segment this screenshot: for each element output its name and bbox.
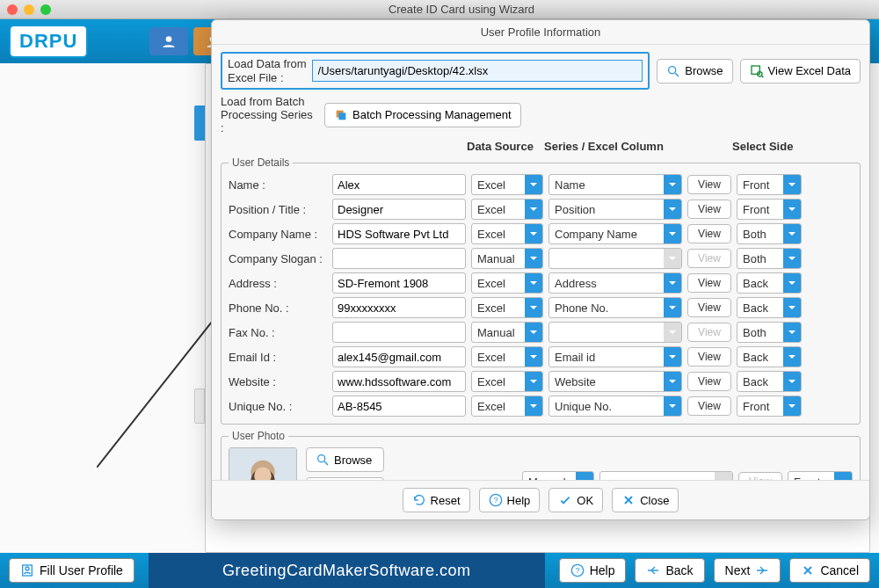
- svg-point-22: [25, 567, 29, 570]
- side-select[interactable]: Both: [737, 223, 802, 244]
- window-title: Create ID Card using Wizard: [51, 3, 872, 16]
- chevron-down-icon: [664, 323, 681, 342]
- data-source-select[interactable]: Excel: [471, 199, 543, 220]
- series-column-select[interactable]: Company Name: [548, 223, 682, 244]
- minimize-window-icon[interactable]: [24, 4, 34, 15]
- chevron-down-icon: [834, 472, 852, 480]
- field-row: Email Id : Excel Email id View Back: [229, 346, 853, 367]
- excel-path-input[interactable]: [312, 60, 643, 82]
- data-source-select[interactable]: Excel: [471, 297, 543, 318]
- reset-button[interactable]: Reset: [403, 488, 470, 512]
- batch-processing-button[interactable]: Batch Processing Management: [324, 103, 521, 127]
- view-button[interactable]: View: [687, 347, 731, 367]
- chevron-down-icon: [525, 372, 542, 391]
- side-select[interactable]: Front: [737, 199, 802, 220]
- view-excel-data-button[interactable]: View Excel Data: [740, 59, 861, 83]
- load-excel-label: Load Data from Excel File :: [228, 57, 307, 84]
- series-column-select[interactable]: Name: [548, 174, 682, 195]
- wizard-cancel-button[interactable]: Cancel: [789, 558, 870, 583]
- view-button[interactable]: View: [687, 396, 731, 416]
- close-button[interactable]: Close: [612, 488, 679, 512]
- data-source-select[interactable]: Excel: [471, 396, 543, 417]
- view-button[interactable]: View: [687, 273, 731, 293]
- chevron-down-icon: [525, 249, 542, 268]
- wizard-back-button[interactable]: Back: [635, 558, 704, 583]
- field-value-input[interactable]: [332, 297, 466, 318]
- chevron-down-icon: [664, 249, 681, 268]
- view-button[interactable]: View: [687, 200, 731, 219]
- ok-button[interactable]: OK: [548, 488, 603, 512]
- field-label: Phone No. :: [229, 301, 327, 315]
- field-value-input[interactable]: [332, 248, 466, 269]
- side-select[interactable]: Both: [737, 248, 802, 269]
- field-value-input[interactable]: [332, 272, 466, 294]
- field-label: Company Slogan :: [229, 252, 327, 265]
- data-source-select[interactable]: Excel: [471, 272, 543, 294]
- data-source-select[interactable]: Manual: [471, 248, 543, 269]
- load-excel-box: Load Data from Excel File :: [221, 52, 650, 90]
- view-button[interactable]: View: [687, 175, 731, 194]
- field-row: Phone No. : Excel Phone No. View Back: [229, 297, 853, 318]
- side-tab-active[interactable]: [194, 105, 205, 141]
- close-window-icon[interactable]: [7, 4, 18, 15]
- data-source-select[interactable]: Excel: [471, 174, 543, 195]
- arrow-right-icon: [755, 563, 769, 577]
- photo-browse-button[interactable]: Browse: [306, 447, 384, 472]
- svg-rect-5: [752, 66, 759, 74]
- side-select[interactable]: Front: [737, 174, 802, 195]
- field-value-input[interactable]: [332, 346, 466, 367]
- user-photo-fieldset: User Photo Browse Camera: [221, 430, 861, 480]
- series-column-select[interactable]: Position: [548, 199, 682, 220]
- data-source-select[interactable]: Manual: [471, 322, 543, 343]
- field-value-input[interactable]: [332, 174, 466, 195]
- side-select[interactable]: Both: [737, 322, 802, 343]
- series-column-select[interactable]: Address: [548, 272, 682, 294]
- data-source-select[interactable]: Excel: [471, 346, 543, 367]
- window-titlebar: Create ID Card using Wizard: [0, 0, 879, 19]
- wizard-next-button[interactable]: Next: [714, 558, 781, 583]
- chevron-down-icon: [783, 175, 801, 194]
- side-select[interactable]: Back: [737, 346, 802, 367]
- svg-line-4: [675, 73, 679, 76]
- field-row: Name : Excel Name View Front: [229, 174, 853, 195]
- series-column-select: [548, 248, 682, 269]
- photo-data-source-select[interactable]: Manual: [522, 471, 594, 480]
- chevron-down-icon: [525, 273, 542, 293]
- chevron-down-icon: [525, 323, 542, 342]
- field-value-input[interactable]: [332, 396, 466, 417]
- data-source-select[interactable]: Excel: [471, 371, 543, 392]
- series-column-select[interactable]: Website: [548, 371, 682, 392]
- view-button[interactable]: View: [687, 372, 731, 391]
- refresh-icon: [412, 493, 426, 507]
- field-value-input[interactable]: [332, 199, 466, 220]
- series-column-select[interactable]: Phone No.: [548, 297, 682, 318]
- fill-user-profile-button[interactable]: Fill User Profile: [9, 558, 134, 583]
- chevron-down-icon: [783, 273, 801, 293]
- series-column-select[interactable]: Unique No.: [548, 396, 682, 417]
- chevron-down-icon: [664, 372, 681, 391]
- side-select[interactable]: Back: [737, 371, 802, 392]
- side-select[interactable]: Back: [737, 272, 802, 294]
- side-select[interactable]: Front: [737, 396, 802, 417]
- chevron-down-icon: [783, 224, 801, 243]
- data-source-select[interactable]: Excel: [471, 223, 543, 244]
- photo-side-select[interactable]: Front: [788, 471, 853, 480]
- field-value-input[interactable]: [332, 322, 466, 343]
- browse-excel-button[interactable]: Browse: [657, 59, 732, 83]
- field-value-input[interactable]: [332, 371, 466, 392]
- series-column-select[interactable]: Email id: [548, 346, 682, 367]
- view-button[interactable]: View: [687, 298, 731, 317]
- chevron-down-icon: [525, 347, 542, 367]
- field-value-input[interactable]: [332, 223, 466, 244]
- help-button[interactable]: ?Help: [479, 488, 541, 512]
- help-icon: ?: [489, 493, 503, 507]
- maximize-window-icon[interactable]: [40, 4, 51, 15]
- wizard-bottom-bar: Fill User Profile GreetingCardMakerSoftw…: [0, 553, 879, 588]
- wizard-help-button[interactable]: ?Help: [559, 558, 627, 583]
- svg-point-3: [669, 66, 676, 73]
- side-tab[interactable]: [194, 388, 205, 424]
- close-icon: [801, 563, 815, 577]
- field-row: Address : Excel Address View Back: [229, 272, 853, 294]
- side-select[interactable]: Back: [737, 297, 802, 318]
- view-button[interactable]: View: [687, 224, 731, 243]
